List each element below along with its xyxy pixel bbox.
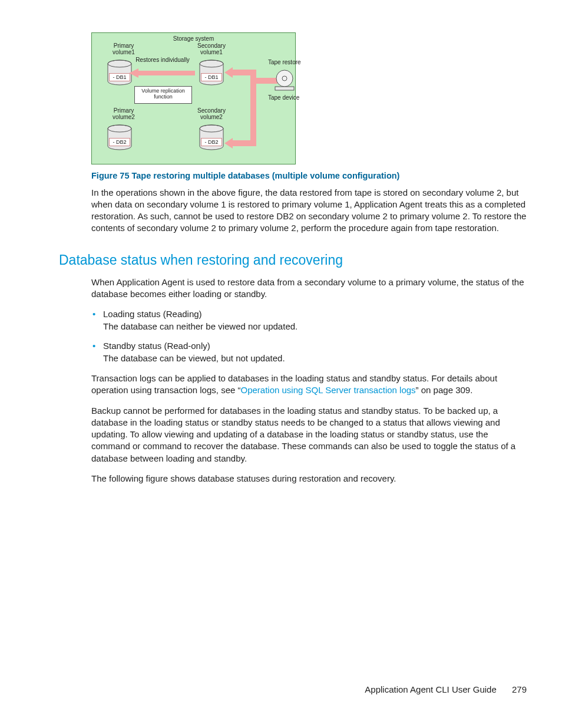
bullet-title-standby: Standby status (Read-only)	[103, 340, 527, 352]
list-item: Standby status (Read-only) The database …	[91, 340, 527, 365]
arrow-restore-individually	[129, 67, 195, 79]
label-tape-restore: Tape restore	[268, 58, 321, 67]
svg-rect-10	[230, 70, 254, 75]
svg-rect-17	[275, 87, 294, 90]
chip-db2-secondary: - DB2	[201, 138, 222, 146]
para4c: command to recover the database. These c…	[91, 441, 515, 463]
tape-restore-diagram: Storage system Primary volume1 Secondary…	[91, 32, 296, 164]
svg-marker-11	[224, 67, 233, 78]
cylinder-secondary2	[198, 124, 225, 151]
svg-rect-9	[250, 70, 256, 146]
paragraph-figure-desc: In the operations shown in the above fig…	[91, 187, 527, 235]
svg-marker-13	[224, 138, 233, 149]
chip-db1-primary: - DB1	[109, 73, 130, 81]
label-tape-device: Tape device	[268, 94, 321, 102]
page-footer: Application Agent CLI User Guide 279	[365, 684, 527, 696]
chip-db1-secondary: - DB1	[201, 73, 222, 81]
label-primary-vol2: Primary volume2	[106, 107, 141, 120]
tape-device-icon	[273, 69, 296, 93]
link-sql-transaction-logs[interactable]: Operation using SQL Server transaction l…	[240, 385, 415, 395]
footer-page-number: 279	[512, 684, 527, 694]
cylinder-primary2	[106, 124, 133, 151]
status-list: Loading status (Reading) The database ca…	[91, 308, 527, 364]
paragraph-figure-lead: The following figure shows database stat…	[91, 473, 527, 485]
para4b: command or	[91, 441, 143, 451]
paragraph-transaction-logs: Transaction logs can be applied to datab…	[91, 373, 527, 397]
cylinder-secondary1	[198, 59, 225, 86]
figure-caption: Figure 75 Tape restoring multiple databa…	[91, 170, 527, 182]
label-storage-system: Storage system	[92, 35, 295, 42]
svg-marker-4	[129, 68, 195, 78]
paragraph-backup-status: Backup cannot be performed for databases…	[91, 405, 527, 465]
label-primary-vol1: Primary volume1	[106, 42, 141, 55]
svg-rect-12	[230, 140, 254, 146]
chip-db2-primary: - DB2	[109, 138, 130, 146]
bullet-title-loading: Loading status (Reading)	[103, 308, 527, 320]
section-heading: Database status when restoring and recov…	[59, 251, 527, 269]
footer-title: Application Agent CLI User Guide	[365, 684, 496, 694]
paragraph-intro: When Application Agent is used to restor…	[91, 276, 527, 301]
svg-point-15	[276, 70, 293, 87]
para4a: Backup cannot be performed for databases…	[91, 406, 500, 440]
bullet-desc-loading: The database can neither be viewed nor u…	[103, 321, 527, 332]
label-secondary-vol1: Secondary volume1	[191, 42, 232, 55]
label-restores-individually: Restores individually	[133, 57, 193, 63]
para3b: ” on page 309.	[416, 385, 473, 395]
list-item: Loading status (Reading) The database ca…	[91, 308, 527, 333]
box-volume-replication: Volume replication function	[134, 86, 192, 104]
bullet-desc-standby: The database can be viewed, but not upda…	[103, 353, 527, 364]
